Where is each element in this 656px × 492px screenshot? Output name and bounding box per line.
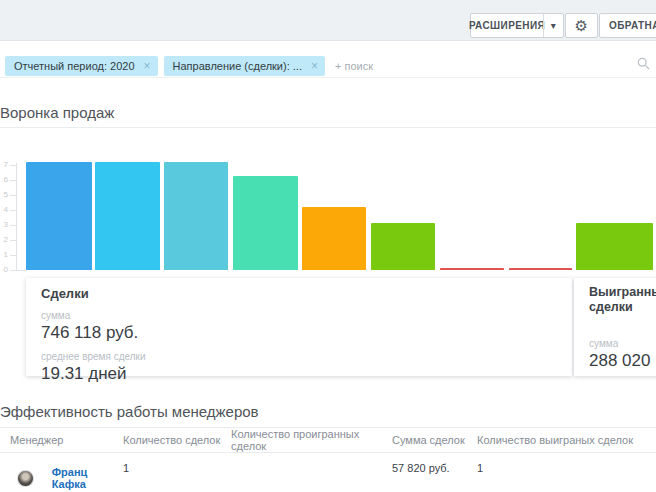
funnel-chart: 01234567 (0, 130, 656, 271)
feedback-button[interactable]: ОБРАТНАЯ С (599, 13, 656, 38)
funnel-bar-8[interactable] (509, 268, 572, 270)
y-axis-tick-label: 1 (0, 250, 8, 259)
remove-filter-icon[interactable]: × (144, 60, 151, 72)
funnel-bar-7[interactable] (440, 268, 504, 270)
filter-tag-label: Направление (сделки): ... (173, 60, 302, 72)
funnel-bar-6[interactable] (371, 223, 435, 270)
funnel-bar-9[interactable] (576, 223, 653, 270)
funnel-section-title: Воронка продаж (0, 104, 114, 121)
search-placeholder[interactable]: + поиск (335, 60, 373, 72)
column-header-manager[interactable]: Менеджер (0, 434, 123, 446)
y-axis-tick-label: 3 (0, 220, 8, 229)
filter-tag-report-period[interactable]: Отчетный период: 2020 × (5, 56, 158, 76)
manager-avatar[interactable] (17, 470, 34, 487)
column-header-lost-count[interactable]: Количество проигранных сделок (231, 428, 392, 452)
extensions-dropdown-button[interactable]: ▾ (543, 14, 563, 37)
gear-icon: ⚙ (575, 17, 589, 35)
managers-section-title: Эффективность работы менеджеров (0, 403, 259, 420)
deals-avg-time-label: среднее время сделки (41, 351, 572, 362)
filter-search-bar[interactable]: Отчетный период: 2020 × Направление (сде… (0, 41, 656, 78)
deals-avg-time-value: 19.31 дней (41, 364, 572, 384)
manager-cell: Франц Кафка (10, 466, 123, 490)
search-icon[interactable] (637, 57, 650, 70)
column-header-won-count[interactable]: Количество выиграных сделок (477, 434, 656, 446)
deals-card-title: Сделки (41, 286, 572, 302)
filter-tag-label: Отчетный период: 2020 (14, 60, 135, 72)
x-axis-baseline (16, 270, 26, 271)
deal-sum-value: 57 820 руб. (392, 453, 477, 474)
y-axis-tick-label: 7 (0, 160, 8, 169)
managers-table-header: Менеджер Количество сделок Количество пр… (0, 427, 656, 453)
won-sum-label: сумма (589, 338, 656, 349)
deal-count-value: 1 (123, 453, 231, 474)
remove-filter-icon[interactable]: × (311, 60, 318, 72)
column-header-deal-count[interactable]: Количество сделок (123, 434, 231, 446)
won-card-title: Выигранные сделки (589, 285, 656, 315)
funnel-bar-3[interactable] (164, 162, 228, 270)
funnel-bar-1[interactable] (26, 162, 92, 270)
deals-sum-value: 746 118 руб. (41, 323, 572, 343)
section-divider (0, 127, 656, 128)
manager-name-link[interactable]: Франц Кафка (52, 466, 123, 490)
top-toolbar: РАСШИРЕНИЯ ▾ ⚙ ОБРАТНАЯ С (0, 0, 656, 41)
y-axis-line (16, 163, 17, 270)
funnel-bar-4[interactable] (233, 176, 298, 270)
chevron-down-icon: ▾ (551, 20, 556, 31)
table-row: Франц Кафка 1 57 820 руб. 1 (0, 453, 656, 492)
extensions-button-group: РАСШИРЕНИЯ ▾ (470, 13, 564, 38)
funnel-bar-2[interactable] (95, 162, 160, 270)
funnel-bar-5[interactable] (302, 207, 366, 270)
y-axis-tick-label: 0 (0, 265, 8, 274)
y-axis-tick-label: 6 (0, 175, 8, 184)
won-deals-card: Выигранные сделки сумма 288 020 (574, 278, 656, 376)
deals-summary-card: Сделки сумма 746 118 руб. среднее время … (26, 278, 572, 376)
won-sum-value: 288 020 (589, 351, 656, 371)
won-count-value: 1 (477, 453, 656, 474)
lost-count-value (231, 453, 392, 462)
y-axis-tick-label: 2 (0, 235, 8, 244)
column-header-deal-sum[interactable]: Сумма сделок (392, 434, 477, 446)
settings-button[interactable]: ⚙ (565, 13, 598, 38)
filter-tag-direction[interactable]: Направление (сделки): ... × (164, 56, 325, 76)
deals-sum-label: сумма (41, 310, 572, 321)
y-axis-tick-label: 4 (0, 205, 8, 214)
extensions-button[interactable]: РАСШИРЕНИЯ (471, 14, 543, 37)
y-axis-tick-label: 5 (0, 190, 8, 199)
